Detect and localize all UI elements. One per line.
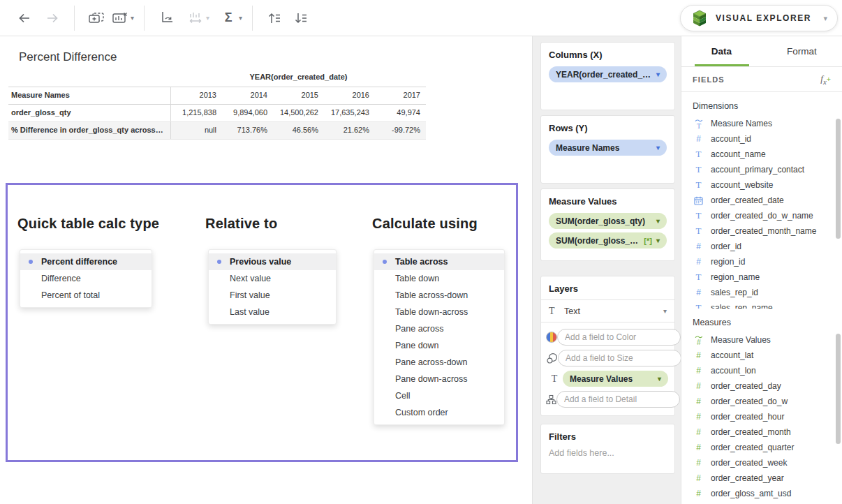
- pill-caret-icon[interactable]: ▾: [656, 144, 660, 151]
- tab-data[interactable]: Data: [681, 36, 762, 66]
- text-slot-pill[interactable]: Measure Values ▾: [563, 371, 668, 387]
- table-header-cell[interactable]: Measure Names: [8, 87, 171, 104]
- swap-axes-button[interactable]: [154, 6, 178, 30]
- measure-field-item[interactable]: # order_created_week: [681, 455, 842, 470]
- table-value-cell[interactable]: 21.62%: [324, 122, 375, 139]
- table-value-cell[interactable]: -99.72%: [375, 122, 426, 139]
- filters-shelf[interactable]: Filters Add fields here...: [540, 424, 675, 474]
- sort-ascending-button[interactable]: [263, 6, 286, 30]
- sort-descending-button[interactable]: [289, 6, 313, 30]
- measure-field-item[interactable]: # Measure Values: [681, 332, 842, 348]
- dimension-field-item[interactable]: T region_name: [681, 269, 842, 285]
- pill-caret-icon[interactable]: ▾: [656, 71, 660, 78]
- fit-width-button[interactable]: [184, 6, 207, 30]
- rows-pill[interactable]: Measure Names ▾: [549, 140, 667, 156]
- measure-field-item[interactable]: # order_created_quarter: [681, 440, 842, 455]
- measure-values-pill[interactable]: SUM(order_gloss_qty) ▾: [549, 213, 667, 229]
- size-field-input[interactable]: [558, 350, 681, 366]
- table-value-cell[interactable]: null: [171, 122, 222, 139]
- back-button[interactable]: [13, 6, 36, 30]
- measure-field-item[interactable]: # order_created_year: [681, 470, 842, 486]
- table-value-cell[interactable]: 46.56%: [273, 122, 324, 139]
- toolbar-divider: [144, 6, 145, 31]
- dimension-field-item[interactable]: # account_id: [681, 131, 842, 147]
- table-header-cell[interactable]: 2013: [171, 87, 222, 104]
- measures-scrollbar[interactable]: [836, 334, 841, 444]
- measure-field-item[interactable]: # order_created_month: [681, 424, 842, 440]
- measure-values-pill[interactable]: SUM(order_gloss_qty) [*] ▾: [549, 232, 667, 249]
- dimensions-scrollbar[interactable]: [836, 119, 841, 239]
- calc-option[interactable]: Previous value: [209, 253, 336, 270]
- tab-format[interactable]: Format: [762, 36, 842, 66]
- calc-option[interactable]: Percent difference: [20, 253, 152, 270]
- aggregate-caret-icon[interactable]: ▾: [239, 14, 242, 22]
- dimension-field-item[interactable]: T Measure Names: [681, 116, 842, 131]
- clear-visualization-button[interactable]: [108, 6, 132, 30]
- table-value-cell[interactable]: 1,215,838: [171, 105, 222, 121]
- calc-option[interactable]: Pane down-across: [374, 371, 504, 387]
- table-header-cell[interactable]: 2015: [273, 87, 324, 104]
- table-value-cell[interactable]: 14,500,262: [273, 105, 324, 121]
- table-header-cell[interactable]: 2014: [222, 87, 273, 104]
- color-field-input[interactable]: [557, 329, 681, 346]
- dimension-field-item[interactable]: order_created_date: [681, 193, 842, 208]
- detail-field-input[interactable]: [556, 391, 680, 408]
- pill-caret-icon[interactable]: ▾: [656, 237, 660, 244]
- new-visualization-button[interactable]: [84, 6, 108, 30]
- dimension-field-item[interactable]: T account_name: [681, 147, 842, 162]
- forward-arrow-icon: [45, 11, 59, 25]
- text-icon: T: [693, 302, 704, 309]
- measure-field-item[interactable]: # order_created_day: [681, 378, 842, 394]
- dimension-field-item[interactable]: T account_primary_contact: [681, 162, 842, 177]
- columns-shelf-title: Columns (X): [549, 50, 667, 60]
- forward-button[interactable]: [40, 6, 64, 30]
- measure-field-item[interactable]: # order_gloss_amt_usd: [681, 486, 842, 501]
- dimension-field-item[interactable]: T order_created_do_w_name: [681, 208, 842, 223]
- visual-explorer-menu-button[interactable]: VISUAL EXPLORER ▾: [680, 5, 838, 31]
- calc-option[interactable]: Pane down: [374, 337, 504, 354]
- number-icon: #: [693, 350, 704, 360]
- measure-field-item[interactable]: # order_created_do_w: [681, 394, 842, 409]
- calc-option[interactable]: Last value: [209, 304, 336, 320]
- measure-field-item[interactable]: # account_lat: [681, 348, 842, 363]
- calc-option[interactable]: Next value: [209, 270, 336, 287]
- dimension-field-item[interactable]: # order_id: [681, 239, 842, 254]
- table-value-cell[interactable]: 17,635,243: [324, 105, 375, 121]
- calc-option[interactable]: Difference: [20, 270, 152, 287]
- table-header-cell[interactable]: 2016: [324, 87, 375, 104]
- calc-option[interactable]: Pane across: [374, 320, 504, 337]
- fit-width-icon: [188, 10, 203, 26]
- columns-pill[interactable]: YEAR(order_created_date) ▾: [549, 66, 667, 82]
- dimensions-label: Dimensions: [693, 101, 831, 111]
- add-calculated-field-icon[interactable]: fx+: [820, 73, 831, 86]
- table-header-cell[interactable]: 2017: [375, 87, 426, 104]
- dimension-field-item[interactable]: T account_website: [681, 177, 842, 193]
- calc-option[interactable]: Table across-down: [374, 287, 504, 304]
- table-value-cell[interactable]: 9,894,060: [222, 105, 273, 121]
- dimension-field-item[interactable]: # region_id: [681, 254, 842, 269]
- dimension-field-item[interactable]: T order_created_month_name: [681, 223, 842, 239]
- layer-type-select[interactable]: T Text ▾: [541, 300, 674, 323]
- measure-field-item[interactable]: # account_lon: [681, 363, 842, 378]
- fit-width-caret-icon[interactable]: ▾: [206, 14, 209, 22]
- dimension-field-item[interactable]: # sales_rep_id: [681, 285, 842, 300]
- calc-option[interactable]: First value: [209, 287, 336, 304]
- row-header-cell[interactable]: order_gloss_qty: [8, 105, 171, 121]
- table-value-cell[interactable]: 713.76%: [222, 122, 273, 139]
- pill-caret-icon[interactable]: ▾: [658, 375, 661, 383]
- calc-option[interactable]: Pane across-down: [374, 354, 504, 371]
- row-header-cell[interactable]: % Difference in order_gloss_qty across t…: [8, 122, 171, 139]
- calc-option[interactable]: Table down-across: [374, 304, 504, 320]
- measure-field-item[interactable]: # order_created_hour: [681, 409, 842, 424]
- clear-visualization-caret-icon[interactable]: ▾: [131, 14, 134, 22]
- table-value-cell[interactable]: 49,974: [375, 105, 426, 121]
- pill-caret-icon[interactable]: ▾: [656, 217, 660, 225]
- calc-option[interactable]: Table across: [374, 253, 504, 270]
- calc-option[interactable]: Table down: [374, 270, 504, 287]
- dimension-field-item[interactable]: T sales_rep_name: [681, 300, 842, 309]
- aggregate-button[interactable]: Σ: [216, 6, 240, 30]
- calc-option[interactable]: Custom order: [374, 404, 504, 421]
- number-icon: #: [693, 412, 704, 422]
- calc-option[interactable]: Percent of total: [20, 287, 152, 304]
- calc-option[interactable]: Cell: [374, 387, 504, 404]
